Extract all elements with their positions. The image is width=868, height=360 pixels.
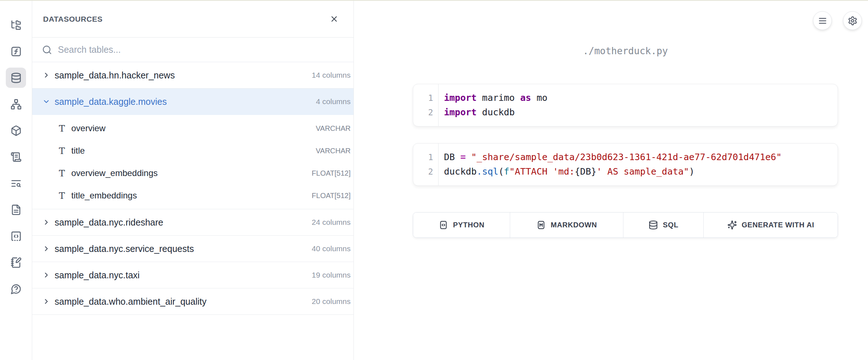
column-name: title (71, 146, 85, 156)
python-cell-icon (439, 220, 448, 230)
column-row[interactable]: T title VARCHAR (32, 140, 353, 162)
table-row[interactable]: sample_data.nyc.rideshare 24 columns (32, 209, 353, 236)
table-columns-count: 24 columns (312, 218, 351, 227)
hamburger-icon (818, 16, 827, 26)
search-input[interactable] (58, 38, 353, 62)
table-name: sample_data.nyc.taxi (55, 270, 140, 280)
packages-icon[interactable] (6, 120, 26, 141)
code-cell[interactable]: 12DB = "_share/sample_data/23b0d623-1361… (413, 143, 838, 186)
column-row[interactable]: T title_embeddings FLOAT[512] (32, 184, 353, 207)
chevron-right-icon (42, 70, 51, 80)
table-columns-count: 14 columns (312, 71, 351, 80)
generate-with-ai-button[interactable]: GENERATE WITH AI (704, 213, 838, 237)
table-row[interactable]: sample_data.hn.hacker_news 14 columns (32, 62, 353, 89)
dependency-graph-icon[interactable] (6, 94, 26, 114)
variables-icon[interactable] (6, 41, 26, 61)
line-numbers: 12 (413, 84, 439, 126)
column-name: overview (71, 123, 106, 133)
table-name: sample_data.nyc.service_requests (55, 244, 194, 254)
notebook-area: ./motherduck.py 12import marimo as moimp… (354, 1, 868, 360)
table-columns-group: T overview VARCHAR T title VARCHAR T ove… (32, 115, 353, 209)
panel-title: DATASOURCES (43, 15, 103, 23)
column-type: VARCHAR (316, 147, 351, 155)
add-sql-cell-button[interactable]: SQL (623, 213, 704, 237)
table-columns-count: 20 columns (312, 297, 351, 306)
text-type-icon: T (58, 168, 66, 179)
menu-button[interactable] (813, 11, 832, 30)
add-python-label: PYTHON (453, 221, 484, 229)
chevron-right-icon (42, 244, 51, 253)
add-markdown-cell-button[interactable]: MARKDOWN (510, 213, 623, 237)
column-row[interactable]: T overview VARCHAR (32, 117, 353, 140)
chevron-right-icon (42, 218, 51, 227)
column-type: VARCHAR (316, 124, 351, 133)
table-columns-count: 4 columns (316, 97, 351, 106)
logs-icon[interactable] (6, 147, 26, 167)
table-columns-count: 40 columns (312, 244, 351, 253)
add-python-cell-button[interactable]: PYTHON (413, 213, 510, 237)
column-name: title_embeddings (71, 190, 137, 201)
code-cell[interactable]: 12import marimo as moimport duckdb (413, 84, 838, 127)
table-row[interactable]: sample_data.kaggle.movies 4 columns (32, 89, 353, 115)
text-type-icon: T (58, 190, 66, 201)
table-row[interactable]: sample_data.nyc.taxi 19 columns (32, 262, 353, 288)
table-name: sample_data.hn.hacker_news (55, 70, 175, 81)
markdown-cell-icon (536, 220, 546, 230)
datasources-panel: DATASOURCES sample_data.hn.hacker_news 1… (32, 1, 354, 360)
chevron-right-icon (42, 270, 51, 280)
column-row[interactable]: T overview_embeddings FLOAT[512] (32, 162, 353, 184)
sql-cell-icon (648, 220, 658, 230)
search-logs-icon[interactable] (6, 173, 26, 193)
line-numbers: 12 (413, 143, 439, 185)
code-content: import marimo as moimport duckdb (439, 84, 555, 126)
settings-button[interactable] (843, 11, 862, 30)
notebook-filename[interactable]: ./motherduck.py (413, 46, 838, 56)
sparkles-icon (727, 220, 737, 230)
chevron-right-icon (42, 297, 51, 306)
documentation-icon[interactable] (6, 200, 26, 220)
file-explorer-icon[interactable] (6, 15, 26, 35)
table-columns-count: 19 columns (312, 271, 351, 279)
column-type: FLOAT[512] (312, 169, 351, 177)
generate-with-ai-label: GENERATE WITH AI (742, 221, 814, 229)
search-bar (32, 38, 353, 62)
window-top-edge (0, 0, 868, 1)
table-row[interactable]: sample_data.who.ambient_air_quality 20 c… (32, 288, 353, 315)
add-sql-label: SQL (663, 221, 678, 229)
add-cell-bar: PYTHON MARKDOWN SQL GENERATE WITH AI (413, 212, 838, 238)
gear-icon (848, 16, 858, 26)
cells-container: 12import marimo as moimport duckdb12DB =… (413, 84, 838, 186)
table-row[interactable]: sample_data.nyc.service_requests 40 colu… (32, 236, 353, 262)
snippets-icon[interactable] (6, 226, 26, 246)
text-type-icon: T (58, 146, 66, 156)
scratchpad-icon[interactable] (6, 252, 26, 273)
column-type: FLOAT[512] (312, 192, 351, 200)
search-icon (42, 45, 52, 55)
activity-bar (0, 1, 32, 360)
table-name: sample_data.kaggle.movies (55, 97, 167, 107)
column-name: overview_embeddings (71, 168, 158, 178)
add-markdown-label: MARKDOWN (551, 221, 597, 229)
datasources-icon[interactable] (6, 68, 26, 88)
text-type-icon: T (58, 123, 66, 134)
help-icon[interactable] (6, 279, 26, 299)
table-name: sample_data.who.ambient_air_quality (55, 296, 207, 307)
chevron-down-icon (42, 97, 51, 106)
panel-header: DATASOURCES (32, 1, 353, 38)
close-icon[interactable] (327, 13, 340, 26)
code-content: DB = "_share/sample_data/23b0d623-1361-4… (439, 143, 789, 185)
tables-list: sample_data.hn.hacker_news 14 columns sa… (32, 62, 353, 315)
table-name: sample_data.nyc.rideshare (55, 217, 163, 228)
